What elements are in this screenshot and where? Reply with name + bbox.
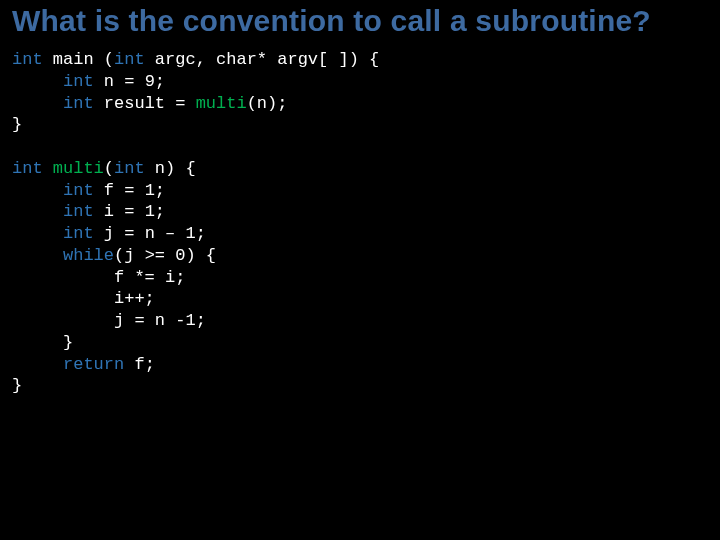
slide: What is the convention to call a subrout… <box>0 0 720 540</box>
slide-title: What is the convention to call a subrout… <box>12 4 708 37</box>
code-text <box>12 72 63 91</box>
code-text: result = <box>94 94 196 113</box>
kw-int: int <box>63 181 94 200</box>
code-text: n) { <box>145 159 196 178</box>
kw-int: int <box>12 159 43 178</box>
code-text: j = n -1; <box>12 311 206 330</box>
code-text <box>12 224 63 243</box>
code-text: f *= i; <box>12 268 185 287</box>
code-text: n = 9; <box>94 72 165 91</box>
code-text <box>12 355 63 374</box>
code-text <box>43 159 53 178</box>
code-text: i++; <box>12 289 155 308</box>
code-text: f = 1; <box>94 181 165 200</box>
kw-int: int <box>63 72 94 91</box>
fn-multi: multi <box>196 94 247 113</box>
code-text: (j >= 0) { <box>114 246 216 265</box>
code-text: f; <box>124 355 155 374</box>
fn-multi: multi <box>53 159 104 178</box>
kw-int: int <box>114 159 145 178</box>
kw-int: int <box>63 202 94 221</box>
code-block: int main (int argc, char* argv[ ]) { int… <box>12 49 708 397</box>
code-text: (n); <box>247 94 288 113</box>
code-text: main ( <box>43 50 114 69</box>
kw-int: int <box>12 50 43 69</box>
code-text: } <box>12 376 22 395</box>
code-text: i = 1; <box>94 202 165 221</box>
code-text: ( <box>104 159 114 178</box>
code-text: j = n – 1; <box>94 224 206 243</box>
code-text <box>12 202 63 221</box>
kw-int: int <box>114 50 145 69</box>
kw-while: while <box>63 246 114 265</box>
code-text <box>12 246 63 265</box>
code-text <box>12 181 63 200</box>
code-text: } <box>12 333 73 352</box>
kw-int: int <box>63 224 94 243</box>
code-text: } <box>12 115 22 134</box>
code-text: argc, char* argv[ ]) { <box>145 50 380 69</box>
code-text <box>12 94 63 113</box>
kw-int: int <box>63 94 94 113</box>
kw-return: return <box>63 355 124 374</box>
